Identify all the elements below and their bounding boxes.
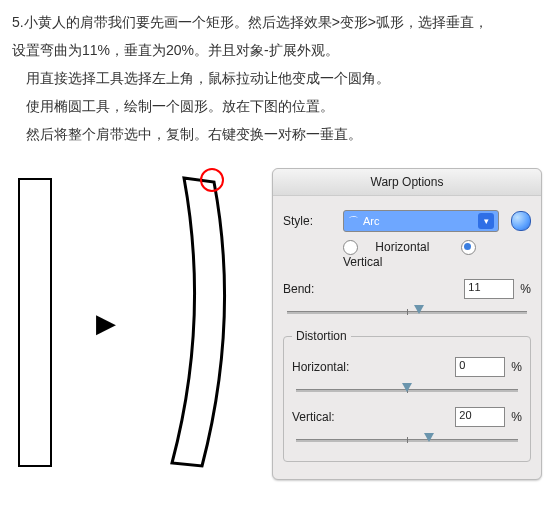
dist-v-input[interactable]: 20 <box>455 407 505 427</box>
style-label: Style: <box>283 214 343 228</box>
dist-h-input[interactable]: 0 <box>455 357 505 377</box>
style-value: Arc <box>363 215 380 227</box>
instruction-line: 然后将整个肩带选中，复制。右键变换一对称一垂直。 <box>12 120 536 148</box>
arrow-icon: ▶ <box>96 308 116 339</box>
dist-h-slider[interactable] <box>296 383 518 397</box>
chevron-updown-icon: ▾ <box>478 213 494 229</box>
bend-input[interactable]: 11 <box>464 279 514 299</box>
panel-title: Warp Options <box>273 169 541 196</box>
instruction-line: 使用椭圆工具，绘制一个圆形。放在下图的位置。 <box>12 92 536 120</box>
instruction-line: 5.小黄人的肩带我们要先画一个矩形。然后选择效果>变形>弧形，选择垂直， <box>12 8 536 36</box>
vertical-label: Vertical <box>343 255 382 269</box>
percent-sign: % <box>511 360 522 374</box>
illustration-area: ▶ Warp Options Style: ⌒ Arc ▾ <box>0 168 548 488</box>
horizontal-radio[interactable] <box>343 240 358 255</box>
arc-icon: ⌒ <box>348 214 359 229</box>
distortion-group: Distortion Horizontal: 0 % Vertical: <box>283 329 531 462</box>
percent-sign: % <box>520 282 531 296</box>
rectangle-shape <box>18 178 52 467</box>
vertical-radio[interactable] <box>461 240 476 255</box>
dist-v-label: Vertical: <box>292 410 372 424</box>
dist-h-label: Horizontal: <box>292 360 372 374</box>
percent-sign: % <box>511 410 522 424</box>
distortion-legend: Distortion <box>292 329 351 343</box>
instruction-line: 用直接选择工具选择左上角，鼠标拉动让他变成一个圆角。 <box>12 64 536 92</box>
dist-v-slider[interactable] <box>296 433 518 447</box>
bend-label: Bend: <box>283 282 343 296</box>
warp-options-panel: Warp Options Style: ⌒ Arc ▾ Horizontal <box>272 168 542 480</box>
instruction-line: 设置弯曲为11%，垂直为20%。并且对象-扩展外观。 <box>12 36 536 64</box>
curved-shape <box>140 160 260 480</box>
style-select[interactable]: ⌒ Arc ▾ <box>343 210 499 232</box>
bend-slider[interactable] <box>287 305 527 319</box>
horizontal-label: Horizontal <box>375 240 429 254</box>
instruction-block: 5.小黄人的肩带我们要先画一个矩形。然后选择效果>变形>弧形，选择垂直， 设置弯… <box>0 0 548 168</box>
ok-button[interactable] <box>511 211 531 231</box>
